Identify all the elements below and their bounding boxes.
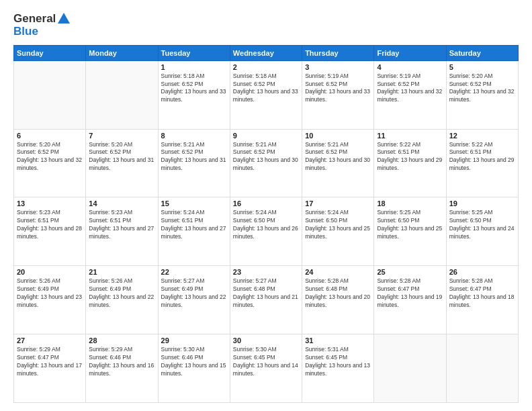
day-cell-20: 20Sunrise: 5:26 AMSunset: 6:49 PMDayligh…	[14, 266, 86, 334]
day-cell-15: 15Sunrise: 5:24 AMSunset: 6:51 PMDayligh…	[158, 197, 230, 266]
day-number: 8	[161, 132, 227, 140]
week-row-2: 6Sunrise: 5:20 AMSunset: 6:52 PMDaylight…	[14, 129, 519, 197]
day-number: 24	[305, 268, 371, 276]
day-info: Sunrise: 5:21 AMSunset: 6:52 PMDaylight:…	[305, 141, 371, 173]
day-info: Sunrise: 5:31 AMSunset: 6:45 PMDaylight:…	[305, 346, 371, 378]
day-cell-27: 27Sunrise: 5:29 AMSunset: 6:47 PMDayligh…	[14, 334, 86, 403]
day-info: Sunrise: 5:25 AMSunset: 6:50 PMDaylight:…	[449, 209, 515, 241]
day-cell-31: 31Sunrise: 5:31 AMSunset: 6:45 PMDayligh…	[302, 334, 374, 403]
calendar-table: SundayMondayTuesdayWednesdayThursdayFrid…	[13, 45, 519, 403]
day-info: Sunrise: 5:30 AMSunset: 6:46 PMDaylight:…	[161, 346, 227, 378]
day-number: 17	[305, 199, 371, 208]
day-number: 3	[305, 63, 371, 71]
week-row-5: 27Sunrise: 5:29 AMSunset: 6:47 PMDayligh…	[14, 334, 519, 403]
day-number: 7	[89, 132, 154, 140]
day-cell-23: 23Sunrise: 5:27 AMSunset: 6:48 PMDayligh…	[230, 266, 302, 334]
day-info: Sunrise: 5:28 AMSunset: 6:47 PMDaylight:…	[377, 277, 443, 310]
day-info: Sunrise: 5:26 AMSunset: 6:49 PMDaylight:…	[89, 277, 154, 310]
week-row-4: 20Sunrise: 5:26 AMSunset: 6:49 PMDayligh…	[14, 266, 519, 334]
weekday-header-monday: Monday	[86, 45, 158, 60]
day-cell-28: 28Sunrise: 5:29 AMSunset: 6:46 PMDayligh…	[86, 334, 158, 403]
logo-container: General Blue	[13, 12, 71, 38]
week-row-1: 1Sunrise: 5:18 AMSunset: 6:52 PMDaylight…	[14, 60, 519, 129]
day-number: 13	[17, 199, 83, 208]
day-info: Sunrise: 5:20 AMSunset: 6:52 PMDaylight:…	[89, 141, 154, 173]
day-info: Sunrise: 5:30 AMSunset: 6:45 PMDaylight:…	[233, 346, 299, 378]
day-info: Sunrise: 5:21 AMSunset: 6:52 PMDaylight:…	[233, 141, 299, 173]
day-cell-19: 19Sunrise: 5:25 AMSunset: 6:50 PMDayligh…	[446, 197, 518, 266]
day-cell-8: 8Sunrise: 5:21 AMSunset: 6:52 PMDaylight…	[158, 129, 230, 197]
day-cell-4: 4Sunrise: 5:19 AMSunset: 6:52 PMDaylight…	[374, 60, 446, 129]
day-cell-10: 10Sunrise: 5:21 AMSunset: 6:52 PMDayligh…	[302, 129, 374, 197]
day-info: Sunrise: 5:26 AMSunset: 6:49 PMDaylight:…	[17, 277, 83, 310]
day-cell-17: 17Sunrise: 5:24 AMSunset: 6:50 PMDayligh…	[302, 197, 374, 266]
svg-marker-0	[58, 13, 70, 24]
day-info: Sunrise: 5:22 AMSunset: 6:51 PMDaylight:…	[377, 141, 443, 173]
day-number: 4	[377, 63, 443, 71]
day-number: 6	[17, 132, 83, 140]
day-number: 10	[305, 132, 371, 140]
day-info: Sunrise: 5:22 AMSunset: 6:51 PMDaylight:…	[449, 141, 515, 173]
day-info: Sunrise: 5:24 AMSunset: 6:50 PMDaylight:…	[233, 209, 299, 241]
day-number: 12	[449, 132, 515, 140]
day-cell-29: 29Sunrise: 5:30 AMSunset: 6:46 PMDayligh…	[158, 334, 230, 403]
weekday-header-saturday: Saturday	[446, 45, 518, 60]
day-number: 18	[377, 199, 443, 208]
weekday-header-wednesday: Wednesday	[230, 45, 302, 60]
empty-cell	[446, 334, 518, 403]
day-cell-30: 30Sunrise: 5:30 AMSunset: 6:45 PMDayligh…	[230, 334, 302, 403]
day-info: Sunrise: 5:20 AMSunset: 6:52 PMDaylight:…	[449, 73, 515, 105]
day-cell-6: 6Sunrise: 5:20 AMSunset: 6:52 PMDaylight…	[14, 129, 86, 197]
day-cell-13: 13Sunrise: 5:23 AMSunset: 6:51 PMDayligh…	[14, 197, 86, 266]
day-cell-25: 25Sunrise: 5:28 AMSunset: 6:47 PMDayligh…	[374, 266, 446, 334]
empty-cell	[86, 60, 158, 129]
day-number: 5	[449, 63, 515, 71]
day-number: 11	[377, 132, 443, 140]
day-number: 27	[17, 336, 83, 345]
empty-cell	[374, 334, 446, 403]
day-cell-18: 18Sunrise: 5:25 AMSunset: 6:50 PMDayligh…	[374, 197, 446, 266]
day-number: 25	[377, 268, 443, 276]
day-info: Sunrise: 5:29 AMSunset: 6:47 PMDaylight:…	[17, 346, 83, 378]
day-cell-22: 22Sunrise: 5:27 AMSunset: 6:49 PMDayligh…	[158, 266, 230, 334]
day-cell-26: 26Sunrise: 5:28 AMSunset: 6:47 PMDayligh…	[446, 266, 518, 334]
logo-triangle-icon	[57, 12, 71, 26]
day-info: Sunrise: 5:25 AMSunset: 6:50 PMDaylight:…	[377, 209, 443, 241]
page: General Blue SundayMondayTuesdayWednesda…	[0, 0, 532, 411]
day-info: Sunrise: 5:27 AMSunset: 6:49 PMDaylight:…	[161, 277, 227, 310]
day-cell-1: 1Sunrise: 5:18 AMSunset: 6:52 PMDaylight…	[158, 60, 230, 129]
day-info: Sunrise: 5:24 AMSunset: 6:51 PMDaylight:…	[161, 209, 227, 241]
day-cell-7: 7Sunrise: 5:20 AMSunset: 6:52 PMDaylight…	[86, 129, 158, 197]
day-number: 1	[161, 63, 227, 71]
day-number: 14	[89, 199, 154, 208]
day-info: Sunrise: 5:29 AMSunset: 6:46 PMDaylight:…	[89, 346, 154, 378]
weekday-header-row: SundayMondayTuesdayWednesdayThursdayFrid…	[14, 45, 519, 60]
day-info: Sunrise: 5:23 AMSunset: 6:51 PMDaylight:…	[89, 209, 154, 241]
day-cell-12: 12Sunrise: 5:22 AMSunset: 6:51 PMDayligh…	[446, 129, 518, 197]
day-info: Sunrise: 5:28 AMSunset: 6:48 PMDaylight:…	[305, 277, 371, 310]
day-cell-21: 21Sunrise: 5:26 AMSunset: 6:49 PMDayligh…	[86, 266, 158, 334]
weekday-header-thursday: Thursday	[302, 45, 374, 60]
day-number: 23	[233, 268, 299, 276]
header: General Blue	[13, 12, 519, 38]
day-number: 29	[161, 336, 227, 345]
day-info: Sunrise: 5:28 AMSunset: 6:47 PMDaylight:…	[449, 277, 515, 310]
day-info: Sunrise: 5:18 AMSunset: 6:52 PMDaylight:…	[161, 73, 227, 105]
day-info: Sunrise: 5:21 AMSunset: 6:52 PMDaylight:…	[161, 141, 227, 173]
day-number: 22	[161, 268, 227, 276]
day-number: 30	[233, 336, 299, 345]
day-number: 16	[233, 199, 299, 208]
day-info: Sunrise: 5:20 AMSunset: 6:52 PMDaylight:…	[17, 141, 83, 173]
day-number: 2	[233, 63, 299, 71]
day-number: 15	[161, 199, 227, 208]
day-cell-11: 11Sunrise: 5:22 AMSunset: 6:51 PMDayligh…	[374, 129, 446, 197]
day-number: 28	[89, 336, 154, 345]
day-cell-14: 14Sunrise: 5:23 AMSunset: 6:51 PMDayligh…	[86, 197, 158, 266]
logo: General Blue	[13, 12, 71, 38]
day-info: Sunrise: 5:18 AMSunset: 6:52 PMDaylight:…	[233, 73, 299, 105]
day-number: 21	[89, 268, 154, 276]
weekday-header-sunday: Sunday	[14, 45, 86, 60]
day-number: 19	[449, 199, 515, 208]
day-cell-2: 2Sunrise: 5:18 AMSunset: 6:52 PMDaylight…	[230, 60, 302, 129]
day-number: 20	[17, 268, 83, 276]
